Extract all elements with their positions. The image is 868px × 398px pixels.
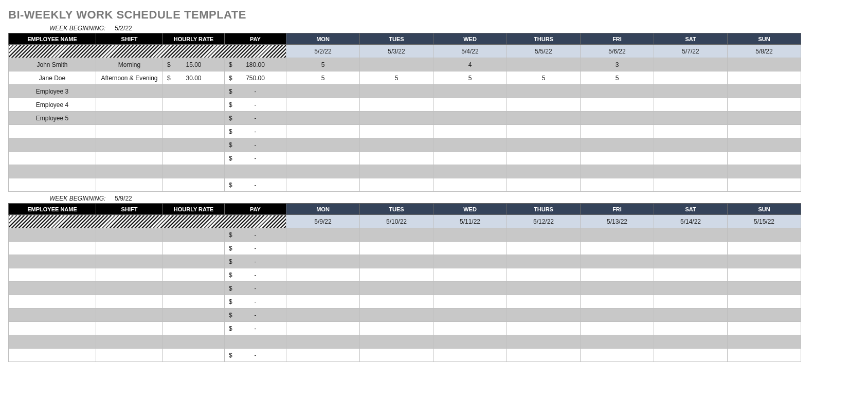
cell-shift[interactable] (96, 165, 163, 178)
cell-hours[interactable]: 5 (581, 71, 654, 85)
cell-rate[interactable] (163, 178, 225, 192)
cell-hours[interactable] (728, 309, 801, 322)
cell-pay[interactable]: $- (225, 228, 286, 242)
cell-hours[interactable] (581, 228, 654, 242)
cell-hours[interactable] (654, 152, 728, 165)
cell-hours[interactable] (286, 138, 360, 152)
cell-shift[interactable] (96, 85, 163, 98)
cell-hours[interactable] (507, 268, 581, 282)
cell-rate[interactable] (163, 165, 225, 178)
cell-hours[interactable] (433, 242, 507, 255)
cell-hours[interactable] (360, 322, 433, 335)
cell-hours[interactable] (507, 335, 581, 349)
cell-hours[interactable] (360, 255, 433, 268)
cell-hours[interactable] (728, 322, 801, 335)
cell-name[interactable]: Employee 4 (9, 98, 96, 112)
cell-hours[interactable] (360, 282, 433, 295)
cell-pay[interactable]: $- (225, 178, 286, 192)
cell-name[interactable]: John Smith (9, 58, 96, 71)
cell-rate[interactable] (163, 125, 225, 138)
cell-hours[interactable] (581, 295, 654, 309)
cell-rate[interactable] (163, 335, 225, 349)
cell-rate[interactable] (163, 295, 225, 309)
cell-name[interactable] (9, 309, 96, 322)
cell-hours[interactable] (286, 228, 360, 242)
cell-hours[interactable] (360, 178, 433, 192)
cell-rate[interactable] (163, 98, 225, 112)
cell-hours[interactable] (581, 125, 654, 138)
cell-shift[interactable] (96, 282, 163, 295)
cell-hours[interactable] (286, 85, 360, 98)
cell-hours[interactable] (728, 71, 801, 85)
cell-hours[interactable] (728, 228, 801, 242)
cell-hours[interactable] (433, 282, 507, 295)
cell-rate[interactable]: $30.00 (163, 71, 225, 85)
cell-hours[interactable] (360, 152, 433, 165)
cell-pay[interactable]: $- (225, 152, 286, 165)
cell-hours[interactable] (654, 295, 728, 309)
cell-hours[interactable] (433, 138, 507, 152)
cell-hours[interactable] (286, 268, 360, 282)
cell-hours[interactable] (728, 85, 801, 98)
cell-hours[interactable] (728, 178, 801, 192)
cell-name[interactable] (9, 282, 96, 295)
cell-hours[interactable] (360, 165, 433, 178)
cell-hours[interactable] (433, 255, 507, 268)
cell-hours[interactable] (433, 322, 507, 335)
cell-hours[interactable] (581, 152, 654, 165)
cell-hours[interactable] (581, 112, 654, 125)
cell-pay[interactable]: $- (225, 295, 286, 309)
cell-hours[interactable] (507, 295, 581, 309)
cell-hours[interactable] (728, 112, 801, 125)
cell-hours[interactable] (654, 125, 728, 138)
cell-name[interactable] (9, 138, 96, 152)
cell-pay[interactable]: $- (225, 255, 286, 268)
cell-hours[interactable] (286, 152, 360, 165)
cell-rate[interactable] (163, 255, 225, 268)
cell-hours[interactable] (433, 125, 507, 138)
cell-name[interactable] (9, 165, 96, 178)
cell-hours[interactable] (360, 268, 433, 282)
cell-shift[interactable] (96, 178, 163, 192)
cell-hours[interactable] (433, 295, 507, 309)
cell-hours[interactable] (507, 138, 581, 152)
cell-hours[interactable] (581, 98, 654, 112)
cell-hours[interactable] (654, 228, 728, 242)
cell-hours[interactable] (728, 152, 801, 165)
cell-hours[interactable] (507, 98, 581, 112)
cell-hours[interactable] (286, 242, 360, 255)
cell-hours[interactable] (728, 282, 801, 295)
cell-hours[interactable] (433, 112, 507, 125)
cell-shift[interactable] (96, 255, 163, 268)
cell-name[interactable] (9, 152, 96, 165)
week-beginning-date[interactable]: 5/9/22 (115, 195, 132, 202)
cell-shift[interactable] (96, 98, 163, 112)
cell-hours[interactable] (581, 255, 654, 268)
cell-pay[interactable] (225, 165, 286, 178)
cell-hours[interactable] (433, 228, 507, 242)
cell-hours[interactable] (360, 98, 433, 112)
cell-shift[interactable] (96, 295, 163, 309)
cell-shift[interactable] (96, 228, 163, 242)
cell-hours[interactable] (433, 309, 507, 322)
cell-hours[interactable] (654, 349, 728, 362)
cell-name[interactable] (9, 178, 96, 192)
cell-hours[interactable] (581, 85, 654, 98)
cell-pay[interactable]: $- (225, 138, 286, 152)
cell-hours[interactable] (728, 335, 801, 349)
cell-hours[interactable] (433, 178, 507, 192)
cell-hours[interactable] (507, 165, 581, 178)
cell-hours[interactable] (360, 85, 433, 98)
cell-rate[interactable] (163, 322, 225, 335)
cell-hours[interactable] (654, 242, 728, 255)
cell-hours[interactable] (433, 85, 507, 98)
cell-pay[interactable]: $- (225, 85, 286, 98)
cell-shift[interactable] (96, 125, 163, 138)
cell-pay[interactable]: $- (225, 309, 286, 322)
cell-hours[interactable] (286, 282, 360, 295)
cell-hours[interactable] (581, 178, 654, 192)
cell-pay[interactable]: $750.00 (225, 71, 286, 85)
cell-hours[interactable] (286, 349, 360, 362)
cell-shift[interactable] (96, 138, 163, 152)
cell-pay[interactable]: $- (225, 112, 286, 125)
